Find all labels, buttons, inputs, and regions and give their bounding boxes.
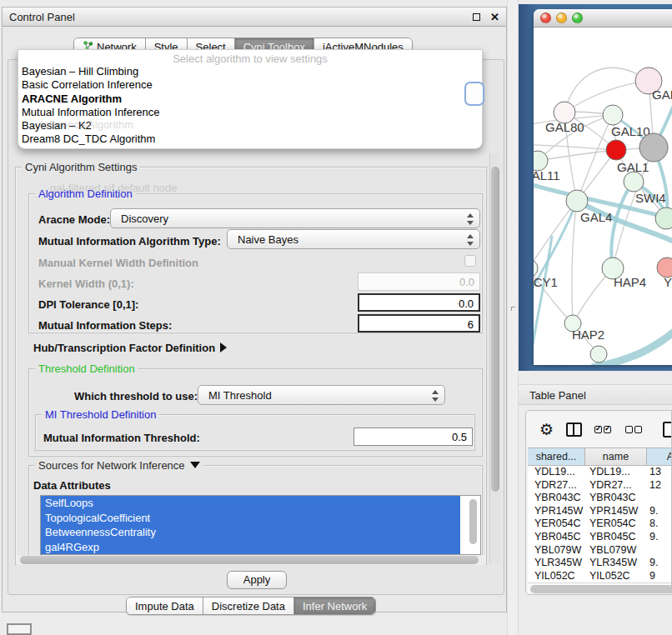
attributes-list: SelfLoopsTopologicalCoefficientBetweenne… [41,496,480,554]
zoom-traffic-light[interactable] [572,12,583,23]
hub-section-toggle[interactable]: Hub/Transcription Factor Definition [33,342,227,354]
column-header-3[interactable]: A [647,448,672,465]
collapse-down-icon [190,462,200,468]
mi-steps-field[interactable]: 6 [358,314,480,332]
table-cell: YIL052C [585,570,647,583]
node-label: HAP4 [614,275,646,289]
settings-vscroll-thumb[interactable] [491,167,499,492]
tab-label: Impute Data [135,600,194,612]
network-window-titlebar [534,9,672,28]
gear-icon[interactable]: ⚙ [539,422,554,438]
tab-label: Discretize Data [212,600,285,612]
network-node-gal10[interactable] [603,105,623,125]
network-node-gal1[interactable] [606,140,626,160]
cyni-tab-impute-data[interactable]: Impute Data [127,598,203,614]
attributes-scrollbar-thumb[interactable] [469,499,477,544]
stepper-arrows-icon [466,233,473,247]
attribute-item[interactable]: BetweennessCentrality [41,525,460,540]
table-hscroll-thumb[interactable] [530,585,672,593]
table-cell: YBR043C [528,492,585,505]
stepper-arrows-icon [431,389,438,402]
mi-threshold-field[interactable]: 0.5 [354,428,473,446]
table-cell: YLR345W [528,557,585,570]
network-view-frame: GALGAL80GAL10GAL1GAL11SWI4GAL4GCY1HAP4YH… [519,4,672,371]
attributes-listbox: SelfLoopsTopologicalCoefficientBetweenne… [40,495,481,555]
network-node[interactable] [655,208,672,229]
background-text-network-name: gal-filtered sif default node [50,182,177,194]
node-label: GAL [652,88,672,102]
attribute-item[interactable]: TopologicalCoefficient [41,511,460,526]
network-edge[interactable] [534,201,577,268]
mi-steps-label: Mutual Information Steps: [38,319,172,332]
network-edge-highlighted[interactable] [534,236,552,365]
which-threshold-value: MI Threshold [208,389,272,402]
network-edge[interactable] [534,144,616,150]
network-node-gal4[interactable] [566,190,588,212]
table-row[interactable]: YBR045CYBR045C9. [528,531,672,544]
table-row[interactable]: YIL052CYIL052C9 [528,570,672,583]
collapsed-panel-icon[interactable] [7,623,32,635]
mi-type-label: Mutual Information Algorithm Type: [38,235,221,248]
network-edge[interactable] [572,201,577,323]
apply-button[interactable]: Apply [227,571,287,589]
unselect-all-icon[interactable] [625,422,644,437]
table-row[interactable]: YBR043CYBR043C [528,492,672,505]
kernel-width-field[interactable]: 0.0 [358,272,480,291]
algorithm-dropdown: Select algorithm to view settings Bayesi… [18,49,483,149]
table-row[interactable]: YER054CYER054C8. [528,518,672,531]
panel-splitter[interactable] [507,0,519,635]
minimize-traffic-light[interactable] [556,12,567,23]
table-row[interactable]: YDR27...YDR27...12 [528,479,672,492]
mi-type-select[interactable]: Naive Bayes [227,229,480,249]
select-all-icon[interactable] [594,422,613,437]
table-row[interactable]: YBL079WYBL079W [528,544,672,558]
close-icon[interactable]: ✕ [490,11,499,23]
table-cell: YBR045C [585,531,647,544]
dpi-tolerance-field[interactable]: 0.0 [358,293,480,312]
table-cell: YBR045C [528,531,585,544]
collapse-right-icon [220,342,227,352]
network-canvas[interactable]: GALGAL80GAL10GAL1GAL11SWI4GAL4GCY1HAP4YH… [534,28,672,365]
float-window-icon[interactable] [473,13,480,21]
algorithm-option[interactable]: Basic Correlation Inference [18,78,482,92]
table-row[interactable]: YDL19...YDL19...13 [528,466,672,479]
algorithm-option[interactable]: Mutual Information Inference [18,106,482,119]
export-table-icon[interactable] [663,422,672,438]
algorithm-option[interactable]: Bayesian – Hill Climbing [18,65,482,78]
attribute-item[interactable]: SelfLoops [41,496,460,511]
cyni-tab-discretize-data[interactable]: Discretize Data [203,598,294,614]
column-header-2[interactable]: name [585,448,647,465]
table-rows: YDL19...YDL19...13YDR27...YDR27...12YBR0… [528,466,672,582]
network-node[interactable] [590,346,607,362]
application-window: Control Panel ✕ NetworkStyleSelectCyni T… [0,0,672,635]
network-node[interactable] [639,133,668,162]
algorithm-option[interactable]: ARACNE Algorithm [18,92,482,106]
node-label: HAP2 [572,328,604,342]
table-cell: 8. [647,518,672,531]
columns-icon[interactable] [566,422,582,437]
cyni-tab-infer-network[interactable]: Infer Network [294,598,375,614]
mi-threshold-title: MI Threshold Definition [42,408,159,421]
network-node-swi4[interactable] [624,172,644,192]
network-edge[interactable] [564,68,649,112]
table-row[interactable]: YPR145WYPR145W9. [528,505,672,518]
settings-hscroll-thumb[interactable] [20,556,479,564]
network-edge[interactable] [538,150,616,161]
which-threshold-select[interactable]: MI Threshold [198,385,445,405]
table-cell: YDL19... [585,466,647,479]
sources-toggle[interactable]: Sources for Network Inference [35,459,203,472]
aracne-mode-select[interactable]: Discovery [110,208,480,228]
aracne-mode-label: Aracne Mode: [38,213,110,226]
mi-threshold-label: Mutual Information Threshold: [43,432,200,444]
attribute-item[interactable]: gal4RGexp [41,540,460,555]
table-row[interactable]: YLR345WYLR345W9. [528,557,672,570]
column-header-1[interactable]: shared... [528,448,585,465]
network-graph: GALGAL80GAL10GAL1GAL11SWI4GAL4GCY1HAP4YH… [534,28,672,365]
table-header-row: shared...nameA [528,448,672,466]
node-label: GCY1 [534,275,558,289]
network-window: GALGAL80GAL10GAL1GAL11SWI4GAL4GCY1HAP4YH… [534,9,672,365]
close-traffic-light[interactable] [540,12,551,23]
algorithm-option[interactable]: Dream8 DC_TDC Algorithm [18,132,482,146]
node-table: shared...nameA YDL19...YDL19...13YDR27..… [528,448,672,582]
manual-kernel-checkbox[interactable] [464,255,476,267]
